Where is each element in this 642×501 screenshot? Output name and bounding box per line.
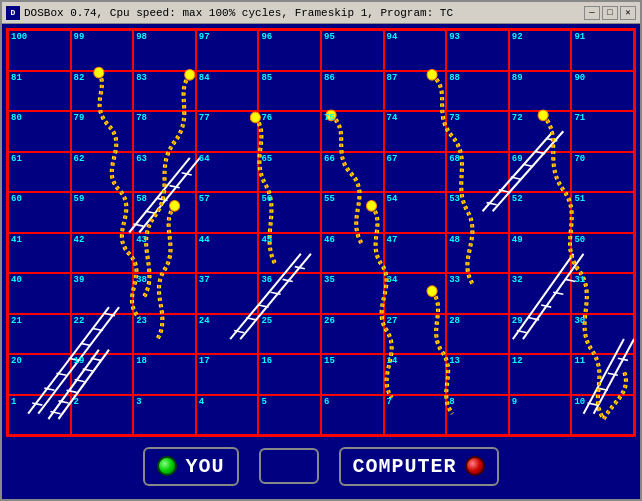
cell-number: 85 (261, 73, 272, 83)
app-window: D DOSBox 0.74, Cpu speed: max 100% cycle… (0, 0, 642, 501)
cell-number: 4 (199, 397, 204, 407)
cell-number: 84 (199, 73, 210, 83)
board-cell-75: 75 (321, 111, 384, 152)
board-cell-72: 72 (509, 111, 572, 152)
title-text: DOSBox 0.74, Cpu speed: max 100% cycles,… (24, 7, 584, 19)
cell-number: 6 (324, 397, 329, 407)
cell-number: 89 (512, 73, 523, 83)
cell-number: 66 (324, 154, 335, 164)
cell-number: 70 (574, 154, 585, 164)
cell-number: 58 (136, 194, 147, 204)
board-cell-33: 33 (446, 273, 509, 314)
board-cell-87: 87 (384, 71, 447, 112)
cell-number: 68 (449, 154, 460, 164)
cell-number: 8 (449, 397, 454, 407)
board-cell-43: 43 (133, 233, 196, 274)
board-cell-48: 48 (446, 233, 509, 274)
board-cell-92: 92 (509, 30, 572, 71)
board-cell-40: 40 (8, 273, 71, 314)
board-cell-24: 24 (196, 314, 259, 355)
cell-number: 92 (512, 32, 523, 42)
cell-number: 16 (261, 356, 272, 366)
cell-number: 78 (136, 113, 147, 123)
board-cell-13: 13 (446, 354, 509, 395)
board-cell-60: 60 (8, 192, 71, 233)
minimize-button[interactable]: — (584, 6, 600, 20)
cell-number: 27 (387, 316, 398, 326)
cell-number: 44 (199, 235, 210, 245)
player2-box: COMPUTER (339, 447, 499, 486)
maximize-button[interactable]: □ (602, 6, 618, 20)
cell-number: 25 (261, 316, 272, 326)
board-cell-32: 32 (509, 273, 572, 314)
board-cell-64: 64 (196, 152, 259, 193)
board-cell-35: 35 (321, 273, 384, 314)
cell-number: 82 (74, 73, 85, 83)
cell-number: 1 (11, 397, 16, 407)
cell-number: 50 (574, 235, 585, 245)
cell-number: 5 (261, 397, 266, 407)
board-cell-21: 21 (8, 314, 71, 355)
board-cell-29: 29 (509, 314, 572, 355)
cell-number: 98 (136, 32, 147, 42)
board-cell-9: 9 (509, 395, 572, 436)
board-cell-94: 94 (384, 30, 447, 71)
board-cell-34: 34 (384, 273, 447, 314)
cell-number: 33 (449, 275, 460, 285)
cell-number: 35 (324, 275, 335, 285)
player2-dot (465, 456, 485, 476)
cell-number: 20 (11, 356, 22, 366)
cell-number: 47 (387, 235, 398, 245)
cell-number: 49 (512, 235, 523, 245)
title-bar: D DOSBox 0.74, Cpu speed: max 100% cycle… (2, 2, 640, 24)
board-cell-6: 6 (321, 395, 384, 436)
board-cell-19: 19 (71, 354, 134, 395)
board-cell-46: 46 (321, 233, 384, 274)
board-cell-30: 30 (571, 314, 634, 355)
board-cell-27: 27 (384, 314, 447, 355)
cell-number: 91 (574, 32, 585, 42)
board-cell-77: 77 (196, 111, 259, 152)
dice-box[interactable] (259, 448, 319, 484)
cell-number: 80 (11, 113, 22, 123)
cell-number: 12 (512, 356, 523, 366)
board-cell-93: 93 (446, 30, 509, 71)
cell-number: 90 (574, 73, 585, 83)
cell-number: 10 (574, 397, 585, 407)
cell-number: 46 (324, 235, 335, 245)
cell-number: 48 (449, 235, 460, 245)
window-controls: — □ ✕ (584, 6, 636, 20)
cell-number: 86 (324, 73, 335, 83)
close-button[interactable]: ✕ (620, 6, 636, 20)
board-cell-98: 98 (133, 30, 196, 71)
player2-label: COMPUTER (353, 455, 457, 478)
board-cell-58: 58 (133, 192, 196, 233)
cell-number: 65 (261, 154, 272, 164)
cell-number: 74 (387, 113, 398, 123)
board-cell-81: 81 (8, 71, 71, 112)
cell-number: 100 (11, 32, 27, 42)
board-cell-2: 2 (71, 395, 134, 436)
cell-number: 36 (261, 275, 272, 285)
cell-number: 42 (74, 235, 85, 245)
cell-number: 99 (74, 32, 85, 42)
cell-number: 29 (512, 316, 523, 326)
board-cell-95: 95 (321, 30, 384, 71)
board-cell-78: 78 (133, 111, 196, 152)
board-cell-96: 96 (258, 30, 321, 71)
cell-number: 60 (11, 194, 22, 204)
player-controls: YOU COMPUTER (6, 437, 636, 495)
board-cell-31: 31 (571, 273, 634, 314)
board-cell-67: 67 (384, 152, 447, 193)
board-cell-74: 74 (384, 111, 447, 152)
cell-number: 37 (199, 275, 210, 285)
cell-number: 67 (387, 154, 398, 164)
cell-number: 45 (261, 235, 272, 245)
board-cell-79: 79 (71, 111, 134, 152)
cell-number: 76 (261, 113, 272, 123)
board-cell-3: 3 (133, 395, 196, 436)
cell-number: 15 (324, 356, 335, 366)
board-cell-61: 61 (8, 152, 71, 193)
board-cell-11: 11 (571, 354, 634, 395)
board-cell-85: 85 (258, 71, 321, 112)
